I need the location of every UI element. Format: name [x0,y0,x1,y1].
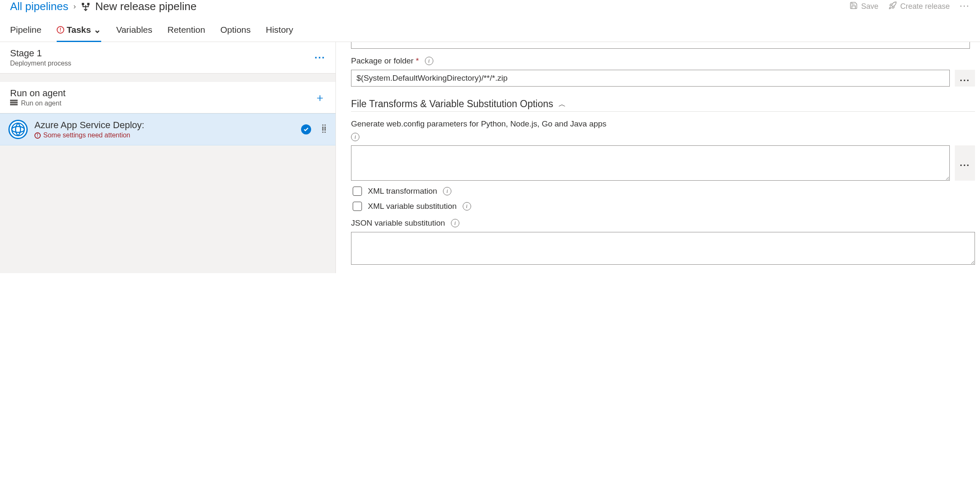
server-icon [10,100,18,107]
info-icon[interactable]: i [463,202,471,211]
tab-pipeline[interactable]: Pipeline [10,19,42,42]
package-folder-label-text: Package or folder [351,56,414,65]
task-warning: ! Some settings need attention [34,132,294,139]
warning-icon: ! [34,132,41,139]
header-more-button[interactable]: ··· [960,2,970,11]
xml-transformation-label: XML transformation [368,187,437,196]
tab-tasks-label: Tasks [67,25,91,35]
tab-variables[interactable]: Variables [116,19,152,42]
chevron-right-icon: › [73,2,76,11]
webconfig-label: Generate web.config parameters for Pytho… [351,119,975,129]
breadcrumb: All pipelines › New release pipeline [10,0,197,13]
header-actions: Save Create release ··· [849,1,970,12]
tab-history[interactable]: History [266,19,293,42]
svg-rect-4 [10,104,18,105]
tab-retention[interactable]: Retention [168,19,205,42]
info-icon[interactable]: i [425,57,433,65]
task-warning-text: Some settings need attention [43,132,130,139]
xml-transformation-checkbox[interactable] [353,187,362,196]
warning-icon: ! [57,26,64,34]
chevron-down-icon: ⌄ [94,25,101,35]
stage-subtitle: Deployment process [10,60,71,67]
svg-point-5 [12,123,24,136]
drag-handle-icon[interactable]: ⠿⠿ [321,126,327,132]
save-label: Save [861,2,878,11]
add-task-button[interactable]: ＋ [314,90,325,105]
task-enabled-check-icon[interactable] [301,124,311,134]
browse-webconfig-button[interactable]: ... [955,145,975,181]
svg-rect-3 [10,102,18,103]
chevron-up-icon: ︿ [558,99,566,109]
stage-more-button[interactable]: ··· [314,52,325,63]
rocket-icon [888,1,897,12]
webconfig-label-text: Generate web.config parameters for Pytho… [351,119,606,129]
save-button[interactable]: Save [849,1,878,12]
right-panel: Package or folder * i ... File Transform… [336,42,980,273]
stage-title: Stage 1 [10,48,71,59]
pipeline-icon [81,2,90,11]
xml-variable-substitution-label: XML variable substitution [368,202,457,211]
package-folder-input[interactable] [351,70,950,87]
browse-package-button[interactable]: ... [955,70,975,87]
left-panel: Stage 1 Deployment process ··· Run on ag… [0,42,336,273]
section-title-text: File Transforms & Variable Substitution … [351,98,553,110]
breadcrumb-root-link[interactable]: All pipelines [10,0,68,13]
agent-subtitle-text: Run on agent [21,100,61,107]
svg-point-6 [12,126,24,132]
json-variable-substitution-label-text: JSON variable substitution [351,218,445,228]
agent-title: Run on agent [10,88,66,99]
package-folder-label: Package or folder * i [351,56,975,66]
agent-subtitle: Run on agent [10,100,66,107]
svg-rect-0 [82,3,84,5]
info-icon[interactable]: i [443,187,451,195]
webconfig-input[interactable] [351,145,950,181]
xml-variable-substitution-checkbox[interactable] [353,202,362,211]
info-icon[interactable]: i [451,219,459,227]
tab-bar: Pipeline ! Tasks ⌄ Variables Retention O… [0,19,980,42]
svg-rect-1 [87,3,89,5]
section-file-transforms[interactable]: File Transforms & Variable Substitution … [351,98,975,112]
svg-rect-2 [10,100,18,101]
breadcrumb-current: New release pipeline [95,0,197,13]
json-variable-substitution-label: JSON variable substitution i [351,218,975,228]
task-title: Azure App Service Deploy: [34,120,294,131]
create-release-button[interactable]: Create release [888,1,950,12]
azure-app-service-icon [8,120,28,139]
save-icon [849,1,858,12]
json-variable-substitution-input[interactable] [351,232,975,265]
tab-options[interactable]: Options [220,19,251,42]
required-asterisk: * [416,56,419,65]
header-bar: All pipelines › New release pipeline Sav… [0,0,980,19]
create-release-label: Create release [900,2,950,11]
info-icon[interactable]: i [351,133,359,141]
agent-job-header[interactable]: Run on agent Run on agent ＋ [0,82,335,113]
tab-tasks[interactable]: ! Tasks ⌄ [57,19,101,42]
prev-field-bottom [351,42,970,49]
stage-header[interactable]: Stage 1 Deployment process ··· [0,42,335,74]
task-row-azure-app-service-deploy[interactable]: Azure App Service Deploy: ! Some setting… [0,113,335,145]
content-area: Stage 1 Deployment process ··· Run on ag… [0,42,980,273]
